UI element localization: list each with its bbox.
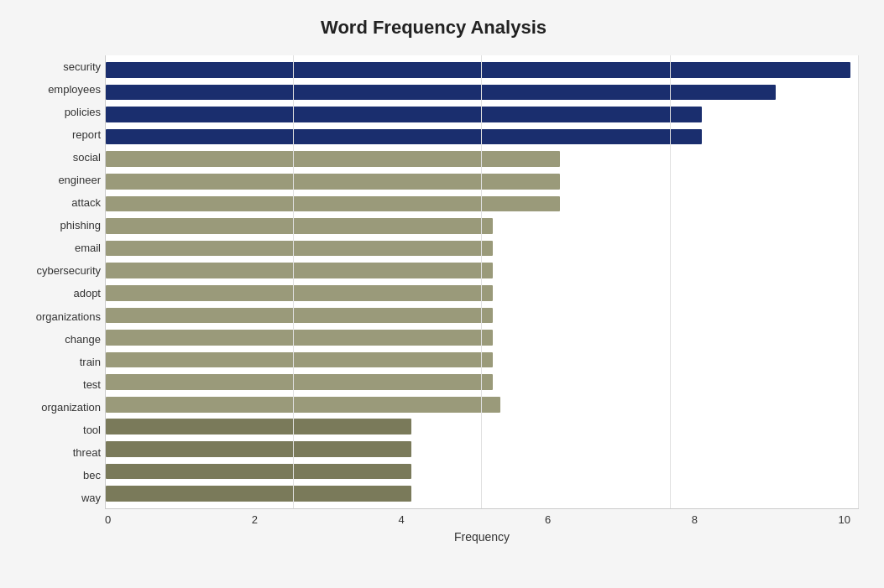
y-label: way [8, 487, 101, 509]
bar-row [106, 349, 850, 372]
y-label: attack [8, 191, 101, 214]
bar [106, 464, 411, 480]
bar-row [106, 393, 850, 416]
bar [106, 486, 411, 502]
y-axis: securityemployeespoliciesreportsocialeng… [8, 55, 105, 509]
bar-row [106, 304, 850, 327]
bar-row [106, 438, 850, 461]
bar-row [106, 416, 850, 439]
y-label: report [8, 123, 101, 146]
x-tick: 8 [692, 513, 698, 526]
y-label: organizations [8, 305, 101, 328]
y-label: security [8, 55, 101, 78]
y-label: social [8, 146, 101, 169]
bar-row [106, 237, 850, 260]
y-label: tool [8, 419, 101, 441]
bar [106, 62, 850, 78]
chart-container: Word Frequency Analysis securityemployee… [0, 0, 884, 588]
y-label: phishing [8, 214, 101, 237]
bar-row [106, 193, 850, 216]
y-label: employees [8, 78, 101, 101]
y-label: policies [8, 101, 101, 123]
x-tick: 6 [545, 513, 551, 526]
y-label: cybersecurity [8, 259, 101, 282]
bar [106, 218, 493, 234]
chart-area: securityemployeespoliciesreportsocialeng… [8, 55, 859, 509]
bar-row [106, 326, 850, 349]
bar [106, 129, 702, 145]
bar [106, 397, 500, 413]
bar [106, 441, 411, 457]
bar [106, 196, 560, 212]
bar-row [106, 126, 850, 148]
x-axis-label: Frequency [105, 530, 859, 544]
y-label: train [8, 351, 101, 373]
y-label: adopt [8, 282, 101, 304]
x-axis-ticks: 0246810 [105, 513, 859, 526]
bar-row [106, 148, 850, 170]
bar [106, 352, 493, 368]
bar-row [106, 81, 850, 104]
y-label: test [8, 373, 101, 396]
bar [106, 330, 493, 346]
bar-row [106, 282, 850, 304]
bar-row [106, 170, 850, 193]
x-tick: 10 [839, 513, 850, 526]
y-label: threat [8, 441, 101, 464]
bar [106, 151, 560, 167]
bar-row [106, 259, 850, 282]
bar [106, 419, 411, 434]
bar-row [106, 59, 850, 81]
bar-row [106, 371, 850, 393]
bar [106, 263, 493, 278]
bar-row [106, 461, 850, 483]
bar-row [106, 103, 850, 126]
y-label: email [8, 237, 101, 259]
bar [106, 174, 560, 190]
bar [106, 107, 702, 122]
bar-row [106, 482, 850, 505]
bar [106, 308, 493, 324]
x-tick: 4 [398, 513, 404, 526]
y-label: engineer [8, 169, 101, 191]
bar [106, 85, 776, 101]
bar-row [106, 215, 850, 237]
x-tick: 2 [252, 513, 258, 526]
y-label: change [8, 328, 101, 351]
x-tick: 0 [105, 513, 111, 526]
y-label: bec [8, 464, 101, 487]
bar [106, 285, 493, 301]
bar [106, 241, 493, 257]
bar [106, 374, 493, 390]
y-label: organization [8, 396, 101, 419]
chart-title: Word Frequency Analysis [8, 17, 859, 39]
bars-area [105, 55, 859, 509]
